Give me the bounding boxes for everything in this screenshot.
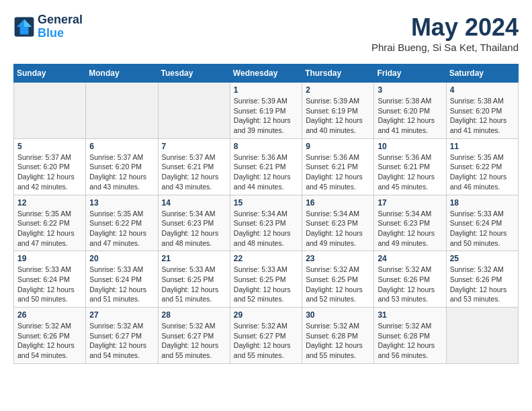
calendar-cell: 14Sunrise: 5:34 AMSunset: 6:23 PMDayligh… bbox=[158, 195, 230, 251]
week-row-3: 12Sunrise: 5:35 AMSunset: 6:22 PMDayligh… bbox=[14, 195, 519, 251]
col-header-tuesday: Tuesday bbox=[158, 64, 230, 83]
calendar-cell bbox=[446, 308, 518, 364]
day-info: Sunrise: 5:32 AMSunset: 6:28 PMDaylight:… bbox=[378, 321, 442, 361]
calendar-cell: 29Sunrise: 5:32 AMSunset: 6:27 PMDayligh… bbox=[230, 308, 302, 364]
week-row-1: 1Sunrise: 5:39 AMSunset: 6:19 PMDaylight… bbox=[14, 83, 519, 139]
day-number: 14 bbox=[162, 198, 226, 208]
calendar-cell: 2Sunrise: 5:39 AMSunset: 6:19 PMDaylight… bbox=[302, 83, 374, 139]
day-info: Sunrise: 5:33 AMSunset: 6:24 PMDaylight:… bbox=[17, 265, 82, 304]
day-info: Sunrise: 5:37 AMSunset: 6:20 PMDaylight:… bbox=[89, 152, 154, 192]
day-info: Sunrise: 5:34 AMSunset: 6:23 PMDaylight:… bbox=[378, 209, 442, 248]
day-info: Sunrise: 5:39 AMSunset: 6:19 PMDaylight:… bbox=[234, 96, 298, 136]
day-info: Sunrise: 5:39 AMSunset: 6:19 PMDaylight:… bbox=[306, 96, 370, 136]
calendar-cell: 8Sunrise: 5:36 AMSunset: 6:21 PMDaylight… bbox=[230, 138, 302, 195]
day-number: 24 bbox=[378, 254, 442, 263]
calendar-cell bbox=[14, 83, 86, 139]
day-number: 10 bbox=[378, 142, 442, 151]
day-info: Sunrise: 5:33 AMSunset: 6:24 PMDaylight:… bbox=[450, 209, 515, 248]
col-header-saturday: Saturday bbox=[446, 64, 518, 83]
day-number: 25 bbox=[450, 254, 515, 263]
day-info: Sunrise: 5:36 AMSunset: 6:21 PMDaylight:… bbox=[234, 152, 298, 192]
logo-icon bbox=[13, 16, 35, 38]
calendar-cell: 10Sunrise: 5:36 AMSunset: 6:21 PMDayligh… bbox=[374, 138, 446, 195]
day-number: 3 bbox=[378, 85, 442, 95]
day-number: 19 bbox=[17, 254, 82, 263]
day-number: 4 bbox=[450, 85, 515, 95]
calendar-cell: 30Sunrise: 5:32 AMSunset: 6:28 PMDayligh… bbox=[302, 308, 374, 364]
day-info: Sunrise: 5:33 AMSunset: 6:25 PMDaylight:… bbox=[234, 265, 298, 304]
day-number: 17 bbox=[378, 198, 442, 208]
day-info: Sunrise: 5:32 AMSunset: 6:26 PMDaylight:… bbox=[17, 321, 82, 361]
day-number: 13 bbox=[89, 198, 154, 208]
day-info: Sunrise: 5:32 AMSunset: 6:26 PMDaylight:… bbox=[450, 265, 515, 304]
day-number: 2 bbox=[306, 85, 370, 95]
day-number: 29 bbox=[234, 310, 298, 320]
calendar-cell: 7Sunrise: 5:37 AMSunset: 6:21 PMDaylight… bbox=[158, 138, 230, 195]
calendar-cell: 3Sunrise: 5:38 AMSunset: 6:20 PMDaylight… bbox=[374, 83, 446, 139]
calendar-cell bbox=[86, 83, 158, 139]
calendar-cell: 15Sunrise: 5:34 AMSunset: 6:23 PMDayligh… bbox=[230, 195, 302, 251]
calendar-cell: 12Sunrise: 5:35 AMSunset: 6:22 PMDayligh… bbox=[14, 195, 86, 251]
day-info: Sunrise: 5:35 AMSunset: 6:22 PMDaylight:… bbox=[450, 152, 515, 192]
day-number: 23 bbox=[306, 254, 370, 263]
day-number: 6 bbox=[89, 142, 154, 151]
day-number: 5 bbox=[17, 142, 82, 151]
day-number: 30 bbox=[306, 310, 370, 320]
day-info: Sunrise: 5:33 AMSunset: 6:24 PMDaylight:… bbox=[89, 265, 154, 304]
calendar-cell bbox=[158, 83, 230, 139]
calendar-cell: 9Sunrise: 5:36 AMSunset: 6:21 PMDaylight… bbox=[302, 138, 374, 195]
day-info: Sunrise: 5:32 AMSunset: 6:26 PMDaylight:… bbox=[378, 265, 442, 304]
logo-text: General Blue bbox=[38, 13, 83, 40]
calendar-cell: 22Sunrise: 5:33 AMSunset: 6:25 PMDayligh… bbox=[230, 251, 302, 308]
calendar-cell: 25Sunrise: 5:32 AMSunset: 6:26 PMDayligh… bbox=[446, 251, 518, 308]
day-info: Sunrise: 5:36 AMSunset: 6:21 PMDaylight:… bbox=[306, 152, 370, 192]
week-row-4: 19Sunrise: 5:33 AMSunset: 6:24 PMDayligh… bbox=[14, 251, 519, 308]
day-number: 16 bbox=[306, 198, 370, 208]
calendar-cell: 11Sunrise: 5:35 AMSunset: 6:22 PMDayligh… bbox=[446, 138, 518, 195]
week-row-5: 26Sunrise: 5:32 AMSunset: 6:26 PMDayligh… bbox=[14, 308, 519, 364]
calendar-cell: 1Sunrise: 5:39 AMSunset: 6:19 PMDaylight… bbox=[230, 83, 302, 139]
col-header-thursday: Thursday bbox=[302, 64, 374, 83]
day-info: Sunrise: 5:38 AMSunset: 6:20 PMDaylight:… bbox=[450, 96, 515, 136]
calendar-cell: 17Sunrise: 5:34 AMSunset: 6:23 PMDayligh… bbox=[374, 195, 446, 251]
calendar-cell: 28Sunrise: 5:32 AMSunset: 6:27 PMDayligh… bbox=[158, 308, 230, 364]
logo: General Blue bbox=[13, 13, 83, 40]
day-info: Sunrise: 5:32 AMSunset: 6:25 PMDaylight:… bbox=[306, 265, 370, 304]
day-number: 8 bbox=[234, 142, 298, 151]
day-number: 9 bbox=[306, 142, 370, 151]
day-info: Sunrise: 5:32 AMSunset: 6:27 PMDaylight:… bbox=[162, 321, 226, 361]
location: Phrai Bueng, Si Sa Ket, Thailand bbox=[371, 42, 519, 53]
day-number: 20 bbox=[89, 254, 154, 263]
day-info: Sunrise: 5:37 AMSunset: 6:20 PMDaylight:… bbox=[17, 152, 82, 192]
day-number: 1 bbox=[234, 85, 298, 95]
day-info: Sunrise: 5:32 AMSunset: 6:27 PMDaylight:… bbox=[89, 321, 154, 361]
calendar-cell: 6Sunrise: 5:37 AMSunset: 6:20 PMDaylight… bbox=[86, 138, 158, 195]
calendar-cell: 5Sunrise: 5:37 AMSunset: 6:20 PMDaylight… bbox=[14, 138, 86, 195]
day-info: Sunrise: 5:34 AMSunset: 6:23 PMDaylight:… bbox=[234, 209, 298, 248]
calendar-cell: 20Sunrise: 5:33 AMSunset: 6:24 PMDayligh… bbox=[86, 251, 158, 308]
calendar-cell: 26Sunrise: 5:32 AMSunset: 6:26 PMDayligh… bbox=[14, 308, 86, 364]
day-info: Sunrise: 5:38 AMSunset: 6:20 PMDaylight:… bbox=[378, 96, 442, 136]
day-number: 31 bbox=[378, 310, 442, 320]
day-info: Sunrise: 5:35 AMSunset: 6:22 PMDaylight:… bbox=[17, 209, 82, 248]
day-number: 7 bbox=[162, 142, 226, 151]
day-info: Sunrise: 5:32 AMSunset: 6:27 PMDaylight:… bbox=[234, 321, 298, 361]
col-header-friday: Friday bbox=[374, 64, 446, 83]
header-row: SundayMondayTuesdayWednesdayThursdayFrid… bbox=[14, 64, 519, 83]
col-header-sunday: Sunday bbox=[14, 64, 86, 83]
col-header-wednesday: Wednesday bbox=[230, 64, 302, 83]
day-number: 15 bbox=[234, 198, 298, 208]
day-info: Sunrise: 5:34 AMSunset: 6:23 PMDaylight:… bbox=[306, 209, 370, 248]
day-number: 27 bbox=[89, 310, 154, 320]
calendar-cell: 23Sunrise: 5:32 AMSunset: 6:25 PMDayligh… bbox=[302, 251, 374, 308]
day-number: 12 bbox=[17, 198, 82, 208]
calendar-table: SundayMondayTuesdayWednesdayThursdayFrid… bbox=[13, 64, 519, 364]
calendar-cell: 18Sunrise: 5:33 AMSunset: 6:24 PMDayligh… bbox=[446, 195, 518, 251]
page-header: General Blue May 2024 Phrai Bueng, Si Sa… bbox=[13, 13, 519, 53]
title-block: May 2024 Phrai Bueng, Si Sa Ket, Thailan… bbox=[371, 13, 519, 53]
day-info: Sunrise: 5:36 AMSunset: 6:21 PMDaylight:… bbox=[378, 152, 442, 192]
month-title: May 2024 bbox=[371, 13, 519, 42]
day-number: 26 bbox=[17, 310, 82, 320]
calendar-cell: 21Sunrise: 5:33 AMSunset: 6:25 PMDayligh… bbox=[158, 251, 230, 308]
calendar-cell: 19Sunrise: 5:33 AMSunset: 6:24 PMDayligh… bbox=[14, 251, 86, 308]
